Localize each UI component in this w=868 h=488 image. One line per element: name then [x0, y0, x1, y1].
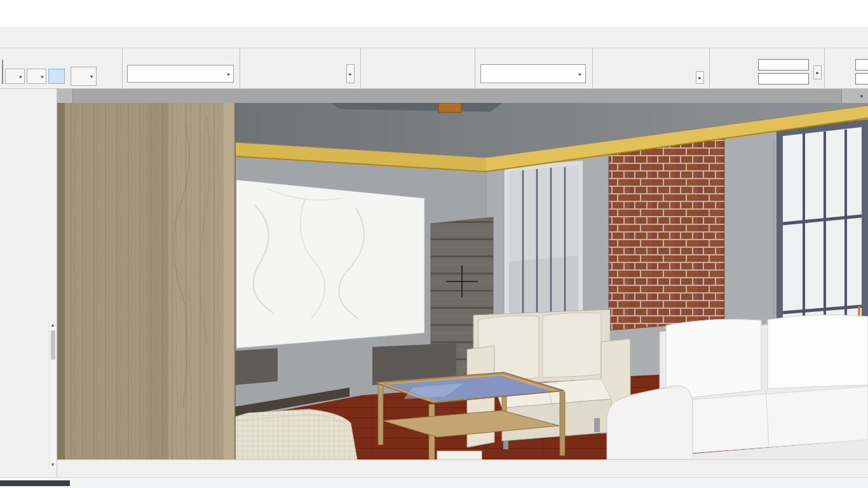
infobox-bottom-top-section: ▸ [710, 48, 825, 88]
scroll-thumb[interactable] [51, 330, 55, 360]
bookshelf [57, 103, 235, 459]
infobox-element-section: ▸ [240, 48, 361, 88]
tab-grid-icon [60, 92, 70, 101]
layer-select[interactable]: ▸ [127, 65, 234, 83]
mdi-restore-icon[interactable] [848, 18, 853, 24]
eye-icon [131, 68, 142, 79]
infobox-size-section [825, 48, 868, 88]
title-bar [0, 0, 868, 15]
marquee-tool-flyout-button[interactable]: ▸ [27, 69, 46, 84]
home-story-icon [598, 71, 609, 83]
size-icon [830, 61, 849, 81]
ottoman [235, 409, 357, 459]
mdi-window-controls [838, 18, 868, 24]
home-story-flyout-button[interactable]: ▸ [696, 71, 704, 84]
panel-grip[interactable] [2, 60, 3, 84]
gravity-magnet-toggle[interactable] [48, 69, 65, 84]
arrow-icon [8, 71, 19, 82]
infobox-main-section: ▸ ▸ ▾ [0, 48, 123, 88]
marquee-icon [29, 71, 41, 82]
restore-button[interactable] [812, 0, 840, 15]
infobox-linked-stories-section: ▸ [593, 48, 710, 88]
standard-toolbar [0, 28, 868, 48]
tab-overview-button[interactable] [57, 89, 73, 103]
chair-icon [74, 69, 90, 84]
3d-viewport[interactable] [57, 103, 868, 459]
floorplan-display-button[interactable]: ▸ [480, 64, 586, 83]
bottom-offset-input[interactable] [758, 73, 809, 85]
windows-stack-icon [822, 478, 832, 488]
element-flyout-button[interactable]: ▸ [346, 64, 355, 83]
quick-options-bar [57, 459, 868, 477]
size-width-input[interactable] [855, 59, 868, 71]
close-icon [851, 4, 858, 11]
close-button[interactable] [840, 0, 868, 15]
top-offset-input[interactable] [758, 59, 809, 71]
marble-panel [236, 180, 424, 348]
status-progress-bar [0, 480, 70, 486]
mdi-minimize-icon[interactable] [838, 18, 844, 24]
restore-icon [823, 4, 830, 11]
infobox-floorplan-section: ▸ [475, 48, 593, 88]
menu-bar [0, 15, 868, 28]
status-bar [0, 477, 868, 488]
infobox-geometry-section [361, 48, 475, 88]
minimize-button[interactable] [784, 0, 812, 15]
minimize-icon [795, 4, 802, 11]
scroll-down-icon[interactable]: ▼ [50, 461, 55, 469]
geometry-method-2-icon[interactable] [395, 65, 410, 80]
graphisoft-id-button[interactable] [822, 478, 843, 488]
archicad-logo-icon [4, 3, 14, 13]
floorplan-section-icon [485, 68, 496, 79]
floor-box [437, 451, 482, 459]
geometry-method-3-icon[interactable] [421, 65, 436, 80]
cloud-sync-button[interactable]: ▾ [841, 89, 868, 103]
mdi-close-icon[interactable] [857, 18, 863, 24]
archicad-window: ▸ ▸ ▾ ▸ ▸ [0, 0, 868, 488]
scroll-up-icon[interactable]: ▲ [50, 322, 55, 329]
bottom-top-icon [715, 61, 734, 81]
size-height-input[interactable] [855, 73, 868, 85]
cutaway-marker [438, 103, 461, 112]
toolbox-scrollbar[interactable]: ▲ ▼ [49, 322, 56, 469]
info-box: ▸ ▸ ▾ ▸ ▸ [0, 48, 868, 89]
infobox-layer-section: ▸ [123, 48, 240, 88]
geometry-method-1-icon[interactable] [369, 65, 384, 80]
bottom-top-flyout-button[interactable]: ▸ [813, 65, 822, 79]
magnet-icon [51, 71, 62, 82]
default-settings-button[interactable]: ▾ [71, 67, 97, 86]
toolbox: ▲ ▼ [0, 89, 57, 477]
cloud-icon [847, 90, 858, 102]
arrow-tool-flyout-button[interactable]: ▸ [5, 69, 25, 84]
tab-bar: ▾ [57, 89, 868, 103]
geometry-method-4-icon[interactable] [447, 65, 462, 80]
